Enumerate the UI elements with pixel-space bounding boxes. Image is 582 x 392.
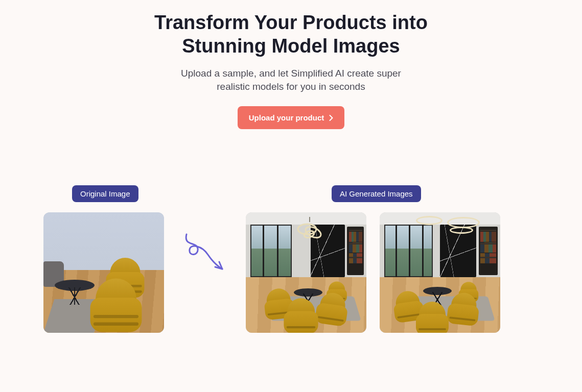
generated-images-badge: AI Generated Images bbox=[332, 185, 421, 202]
page-subtitle: Upload a sample, and let Simplified AI c… bbox=[174, 67, 409, 93]
upload-product-button[interactable]: Upload your product bbox=[238, 106, 345, 129]
upload-product-label: Upload your product bbox=[249, 113, 324, 122]
chevron-right-icon bbox=[329, 115, 333, 121]
page-title: Transform Your Products into Stunning Mo… bbox=[133, 11, 450, 58]
generated-image-2 bbox=[380, 212, 500, 333]
generated-image-1 bbox=[246, 212, 366, 333]
comparison-gallery: Original Image AI Generated Images bbox=[0, 185, 582, 333]
original-image-badge: Original Image bbox=[72, 185, 138, 202]
transform-arrow-icon bbox=[181, 231, 228, 278]
original-image bbox=[43, 212, 164, 333]
